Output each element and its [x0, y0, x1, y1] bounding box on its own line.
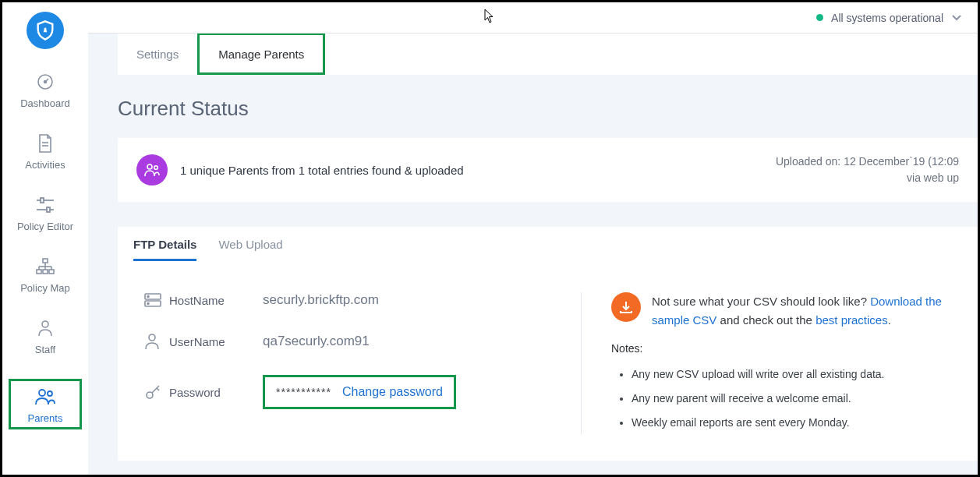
- svg-point-18: [42, 321, 48, 327]
- server-icon: [144, 293, 169, 307]
- svg-point-19: [39, 390, 45, 396]
- field-label: Password: [169, 386, 263, 399]
- inner-tabs: FTP Details Web Upload: [118, 227, 978, 261]
- main-content: Settings Manage Parents Current Status 1…: [88, 34, 978, 475]
- svg-rect-6: [41, 198, 44, 203]
- sidebar-item-policy-map[interactable]: Policy Map: [2, 256, 88, 294]
- help-mid: and check out the: [716, 313, 815, 327]
- password-box: *********** Change password: [263, 375, 456, 409]
- sidebar-item-label: Dashboard: [20, 97, 70, 109]
- sidebar-item-label: Policy Editor: [17, 221, 73, 232]
- svg-point-20: [48, 391, 52, 396]
- svg-point-22: [154, 166, 158, 170]
- tab-ftp-details[interactable]: FTP Details: [133, 238, 196, 261]
- detail-card: FTP Details Web Upload HostName securly.…: [118, 227, 978, 461]
- tab-label: Settings: [136, 48, 179, 61]
- field-password: Password *********** Change password: [144, 375, 581, 409]
- notes-title: Notes:: [611, 342, 951, 355]
- person-icon: [37, 317, 54, 339]
- tab-settings[interactable]: Settings: [118, 34, 197, 75]
- status-dot-icon: [816, 14, 823, 21]
- list-item: Weekly email reports are sent every Mond…: [632, 411, 951, 435]
- tab-label: FTP Details: [133, 238, 196, 251]
- field-value: securly.brickftp.com: [263, 292, 379, 308]
- help-dot: .: [888, 313, 891, 327]
- sidebar-item-policy-editor[interactable]: Policy Editor: [2, 194, 88, 232]
- sidebar-item-label: Activities: [25, 159, 65, 171]
- ftp-fields: HostName securly.brickftp.com UserName q…: [144, 292, 581, 434]
- tab-web-upload[interactable]: Web Upload: [218, 238, 282, 261]
- app-logo: [27, 12, 64, 49]
- sidebar-item-parents[interactable]: Parents: [9, 379, 82, 429]
- sidebar-item-label: Parents: [28, 412, 63, 424]
- document-icon: [37, 132, 54, 154]
- help-top: Not sure what your CSV should look like?…: [611, 292, 951, 330]
- field-label: HostName: [169, 294, 263, 307]
- tab-label: Web Upload: [218, 238, 282, 251]
- sidebar-item-staff[interactable]: Staff: [2, 317, 88, 355]
- help-intro: Not sure what your CSV should look like?: [652, 295, 870, 308]
- svg-point-26: [147, 303, 149, 305]
- user-icon: [144, 333, 169, 350]
- field-hostname: HostName securly.brickftp.com: [144, 292, 581, 308]
- sidebar: Dashboard Activities Policy Editor Polic…: [2, 2, 88, 475]
- page-title: Current Status: [118, 97, 978, 121]
- gauge-icon: [36, 71, 55, 93]
- best-practices-link[interactable]: best practices: [815, 313, 888, 327]
- sidebar-item-activities[interactable]: Activities: [2, 132, 88, 171]
- sliders-icon: [35, 194, 55, 216]
- status-card: 1 unique Parents from 1 total entries fo…: [118, 138, 978, 202]
- status-meta: Uploaded on: 12 December`19 (12:09 via w…: [776, 154, 959, 186]
- svg-rect-12: [49, 270, 54, 274]
- password-masked: ***********: [276, 386, 331, 398]
- svg-point-21: [147, 164, 152, 169]
- sitemap-icon: [35, 256, 55, 277]
- upload-time: Uploaded on: 12 December`19 (12:09: [776, 154, 959, 170]
- sidebar-item-dashboard[interactable]: Dashboard: [2, 71, 88, 109]
- sidebar-item-label: Staff: [35, 344, 56, 355]
- list-item: Any new CSV upload will write over all e…: [632, 362, 951, 387]
- upload-source: via web up: [776, 170, 959, 186]
- parents-badge-icon: [136, 154, 168, 186]
- download-icon: [611, 292, 641, 322]
- field-value: qa7securly.com91: [263, 334, 370, 349]
- svg-line-30: [157, 388, 159, 390]
- tab-manage-parents[interactable]: Manage Parents: [197, 34, 325, 75]
- system-status-text: All systems operational: [831, 12, 943, 24]
- svg-rect-8: [47, 207, 50, 212]
- list-item: Any new parent will receive a welcome em…: [632, 387, 951, 411]
- status-summary: 1 unique Parents from 1 total entries fo…: [180, 164, 464, 177]
- change-password-link[interactable]: Change password: [342, 385, 443, 399]
- notes-list: Any new CSV upload will write over all e…: [611, 362, 951, 434]
- help-text: Not sure what your CSV should look like?…: [652, 292, 951, 330]
- chevron-down-icon[interactable]: [951, 12, 962, 24]
- tab-label: Manage Parents: [218, 48, 304, 61]
- svg-point-25: [147, 296, 149, 298]
- cursor-icon: [484, 9, 495, 24]
- field-label: UserName: [169, 335, 263, 348]
- field-username: UserName qa7securly.com91: [144, 333, 581, 350]
- svg-rect-10: [37, 270, 41, 274]
- detail-body: HostName securly.brickftp.com UserName q…: [118, 261, 978, 450]
- svg-rect-11: [43, 270, 48, 274]
- topbar: All systems operational: [88, 2, 978, 34]
- top-tabs: Settings Manage Parents: [118, 34, 978, 75]
- parents-icon: [34, 386, 56, 408]
- svg-point-28: [147, 392, 153, 398]
- svg-point-27: [149, 334, 155, 341]
- sidebar-item-label: Policy Map: [20, 282, 70, 294]
- svg-rect-9: [43, 259, 48, 263]
- help-panel: Not sure what your CSV should look like?…: [581, 292, 951, 434]
- key-icon: [144, 383, 169, 401]
